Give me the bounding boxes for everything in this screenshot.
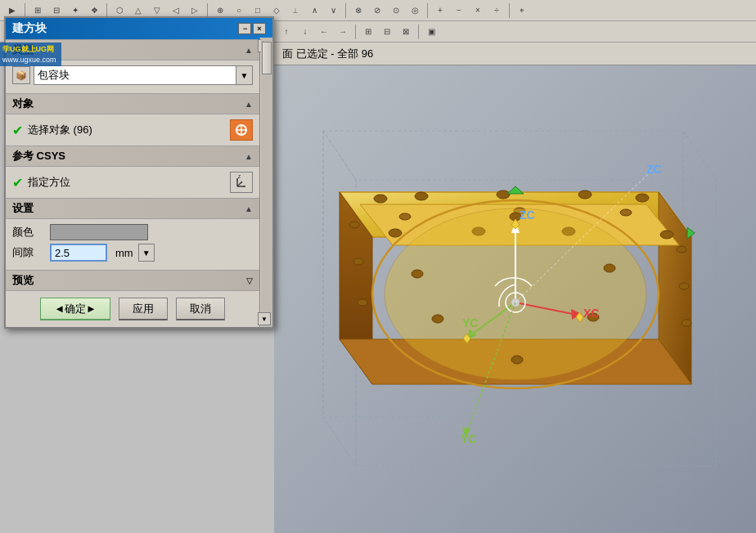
section-settings-label: 设置 — [12, 201, 34, 216]
svg-point-16 — [497, 190, 510, 199]
svg-point-36 — [604, 264, 615, 272]
toolbar-btn-21[interactable]: ◎ — [406, 2, 424, 20]
toolbar-btn-25[interactable]: ÷ — [488, 2, 506, 20]
toolbar-separator-6 — [509, 3, 510, 18]
section-csys-label: 参考 CSYS — [12, 149, 65, 163]
svg-point-19 — [349, 222, 359, 228]
type-select-value: 包容块 — [38, 68, 70, 83]
svg-point-15 — [415, 192, 428, 200]
color-swatch[interactable] — [50, 224, 148, 240]
dialog-scroll-track[interactable] — [261, 38, 272, 327]
confirm-label: ◄确定► — [54, 302, 97, 316]
svg-text:YC: YC — [462, 316, 478, 329]
dialog-scroll-down[interactable]: ▼ — [258, 312, 271, 325]
dialog-scrollbar: ▲ ▼ — [259, 38, 272, 327]
section-header-csys[interactable]: 参考 CSYS ▲ — [6, 146, 259, 167]
dialog-buttons: ◄确定► 应用 取消 — [6, 291, 259, 327]
section-settings-content: 颜色 间隙 mm ▼ — [6, 219, 259, 270]
svg-point-17 — [578, 190, 592, 199]
toolbar-btn-24[interactable]: × — [469, 2, 487, 20]
svg-text:Z: Z — [238, 175, 241, 179]
toolbar-row2-separator-4 — [355, 25, 356, 39]
scene-viewport: ZC ZC YC YC XC — [274, 65, 756, 533]
svg-point-23 — [679, 283, 689, 289]
section-header-object[interactable]: 对象 ▲ — [6, 93, 259, 114]
toolbar-btn-18[interactable]: ⊗ — [349, 2, 367, 20]
toolbar-btn-r2-10[interactable]: ↑ — [277, 23, 295, 41]
svg-point-28 — [660, 231, 673, 239]
toolbar-btn-r2-16[interactable]: ⊠ — [397, 23, 415, 41]
status-text: 面 已选定 - 全部 96 — [282, 47, 373, 61]
confirm-button[interactable]: ◄确定► — [40, 298, 110, 320]
toolbar-btn-r2-15[interactable]: ⊟ — [378, 23, 396, 41]
svg-point-29 — [399, 213, 411, 220]
toolbar-btn-r2-11[interactable]: ↓ — [296, 23, 314, 41]
toolbar-btn-16[interactable]: ∧ — [305, 2, 323, 20]
section-csys-arrow: ▲ — [245, 152, 253, 161]
gap-input[interactable] — [50, 244, 107, 262]
section-csys-content: ✔ 指定方位 Z — [6, 167, 259, 198]
gap-label: 间隙 — [12, 245, 45, 260]
section-header-preview[interactable]: 预览 ▽ — [6, 270, 259, 291]
toolbar-btn-r2-14[interactable]: ⊞ — [359, 23, 377, 41]
watermark-line1: 学UG就上UG网 — [2, 44, 59, 55]
csys-label: 指定方位 — [28, 175, 225, 190]
dialog-close-btn[interactable]: × — [253, 23, 266, 34]
cancel-label: 取消 — [190, 302, 211, 316]
toolbar-separator — [25, 3, 25, 18]
toolbar-btn-23[interactable]: − — [450, 2, 468, 20]
section-preview-label: 预览 — [12, 273, 34, 288]
color-row: 颜色 — [12, 224, 253, 240]
section-object-label: 对象 — [12, 96, 34, 111]
toolbar-separator-3 — [207, 3, 208, 18]
section-type-arrow: ▲ — [245, 46, 253, 55]
toolbar-btn-26[interactable]: ⌖ — [513, 2, 531, 20]
statusbar: 面 已选定 - 全部 96 — [274, 43, 756, 65]
csys-check-icon: ✔ — [12, 175, 23, 190]
apply-button[interactable]: 应用 — [119, 298, 168, 320]
object-check-icon: ✔ — [12, 123, 23, 138]
unit-label: mm — [115, 247, 133, 259]
watermark-line2: www.ugxue.com — [2, 55, 59, 65]
svg-point-20 — [353, 258, 363, 265]
type-select[interactable]: 包容块 — [34, 65, 236, 85]
svg-point-25 — [389, 229, 402, 237]
section-object-arrow: ▲ — [245, 100, 253, 109]
toolbar-btn-17[interactable]: ∨ — [324, 2, 342, 20]
section-preview-arrow: ▽ — [246, 276, 253, 285]
toolbar-separator-5 — [427, 3, 428, 18]
csys-coord-icon: Z — [234, 175, 249, 190]
csys-row: ✔ 指定方位 Z — [12, 172, 253, 193]
toolbar-btn-22[interactable]: + — [431, 2, 449, 20]
select-object-icon — [235, 123, 248, 137]
unit-dropdown-btn[interactable]: ▼ — [138, 244, 155, 262]
cancel-button[interactable]: 取消 — [176, 298, 225, 320]
toolbar-btn-20[interactable]: ⊙ — [387, 2, 405, 20]
dialog-title: 建方块 — [12, 21, 47, 36]
type-dropdown-arrow[interactable]: ▼ — [236, 65, 253, 85]
svg-point-34 — [412, 270, 423, 278]
toolbar-btn-r2-17[interactable]: ▣ — [422, 23, 440, 41]
toolbar-separator-2 — [106, 3, 107, 18]
section-settings-arrow: ▲ — [245, 204, 253, 213]
csys-icon-btn[interactable]: Z — [230, 172, 253, 193]
svg-point-18 — [636, 194, 649, 202]
svg-text:YC: YC — [461, 432, 476, 446]
svg-point-14 — [374, 195, 387, 203]
object-label: 选择对象 (96) — [28, 123, 225, 137]
type-icon: 📦 — [12, 66, 30, 84]
svg-point-35 — [432, 315, 443, 323]
dialog-scroll-thumb[interactable] — [262, 42, 272, 74]
svg-text:ZC: ZC — [646, 163, 662, 176]
toolbar-btn-19[interactable]: ⊘ — [368, 2, 386, 20]
section-object-content: ✔ 选择对象 (96) — [6, 114, 259, 146]
toolbar-btn-r2-12[interactable]: ← — [315, 23, 333, 41]
toolbar-btn-r2-13[interactable]: → — [334, 23, 352, 41]
section-header-settings[interactable]: 设置 ▲ — [6, 198, 259, 219]
object-select-btn[interactable] — [230, 119, 253, 141]
toolbar-separator-4 — [345, 3, 346, 18]
svg-point-22 — [677, 246, 686, 253]
toolbar-btn-15[interactable]: ⟂ — [286, 2, 304, 20]
object-row: ✔ 选择对象 (96) — [12, 119, 253, 141]
dialog-minimize-btn[interactable]: － — [238, 23, 251, 34]
